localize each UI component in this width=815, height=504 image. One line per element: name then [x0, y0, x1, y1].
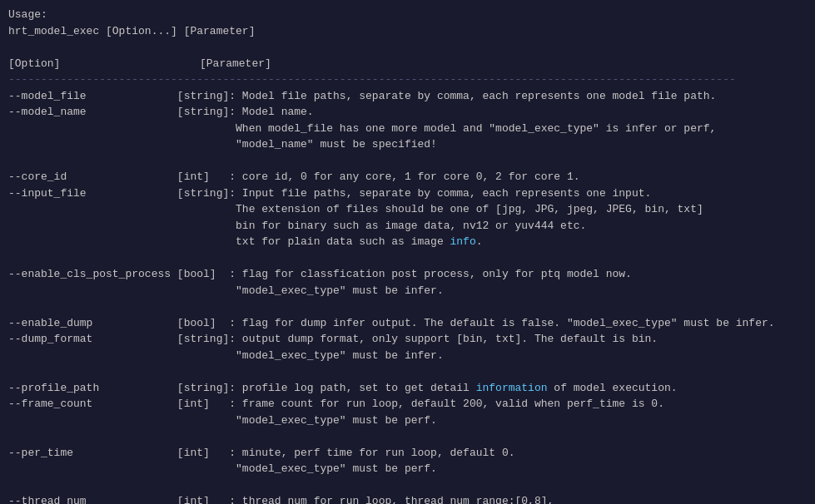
- thread-num-line: --thread_num [int] : thread num for run …: [8, 495, 690, 504]
- enable-dump-line: --enable_dump [bool] : flag for dump inf…: [8, 317, 775, 329]
- info-highlight: info: [450, 235, 476, 248]
- model-name-line: --model_name [string]: Model name. When …: [8, 106, 716, 151]
- dump-format-line: --dump_format [string]: output dump form…: [8, 333, 658, 362]
- enable-cls-line: --enable_cls_post_process [bool] : flag …: [8, 268, 632, 297]
- option-header: [Option][Parameter]: [8, 57, 271, 70]
- frame-count-line: --frame_count [int] : frame count for ru…: [8, 398, 664, 427]
- terminal: Usage: hrt_model_exec [Option...] [Param…: [8, 7, 807, 504]
- profile-path-line: --profile_path [string]: profile log pat…: [8, 382, 678, 394]
- separator-1: ----------------------------------------…: [8, 73, 736, 86]
- per-time-line: --per_time [int] : minute, perf time for…: [8, 447, 515, 476]
- content: Usage: hrt_model_exec [Option...] [Param…: [8, 7, 807, 504]
- usage-label: Usage:: [8, 8, 47, 21]
- model-file-line: --model_file [string]: Model file paths,…: [8, 90, 716, 102]
- usage-cmd: hrt_model_exec [Option...] [Parameter]: [8, 25, 255, 37]
- core-id-line: --core_id [int] : core id, 0 for any cor…: [8, 170, 580, 183]
- information-highlight: information: [476, 382, 548, 394]
- input-file-line: --input_file [string]: Input file paths,…: [8, 187, 703, 249]
